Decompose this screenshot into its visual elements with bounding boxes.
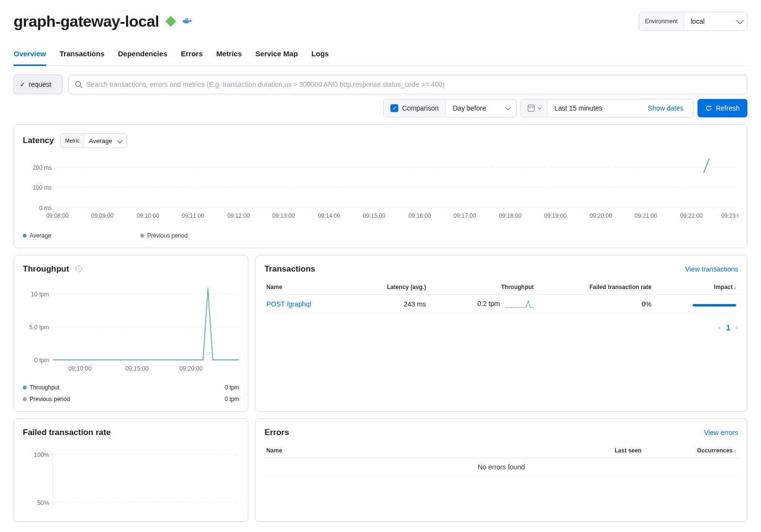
page-title: graph-gateway-local: [14, 13, 159, 31]
svg-rect-3: [185, 18, 187, 20]
throughput-chart: 10 tpm 5.0 tpm 0 tpm 09:10:00 09:15:00 0…: [23, 282, 239, 379]
comparison-value: Day before: [453, 104, 486, 112]
comparison-label: Comparison: [402, 104, 438, 112]
tab-metrics[interactable]: Metrics: [216, 45, 242, 65]
transactions-table: Name Latency (avg.) Throughput Failed tr…: [264, 280, 738, 314]
metric-value: Average: [84, 137, 127, 145]
pagination: ‹ 1 ›: [264, 323, 738, 331]
svg-text:09:15:00: 09:15:00: [125, 365, 148, 372]
svg-rect-4: [187, 18, 188, 20]
tab-transactions[interactable]: Transactions: [60, 45, 105, 65]
svg-text:09:11:00: 09:11:00: [182, 212, 205, 219]
svg-text:09:19:00: 09:19:00: [544, 212, 567, 219]
errors-table: Name Last seen Occurrences↓ No errors fo…: [264, 443, 738, 476]
col-throughput[interactable]: Throughput: [428, 280, 535, 295]
svg-text:10 tpm: 10 tpm: [31, 290, 49, 297]
svg-point-5: [76, 81, 81, 86]
sort-desc-icon: ↓: [734, 448, 737, 453]
col-impact[interactable]: Impact↓: [653, 280, 738, 295]
environment-value: local: [684, 12, 747, 31]
svg-text:09:20:00: 09:20:00: [179, 365, 203, 372]
col-name[interactable]: Name: [264, 280, 351, 295]
svg-text:09:14:00: 09:14:00: [318, 212, 341, 219]
svg-text:09:13:00: 09:13:00: [273, 212, 295, 219]
time-range-control[interactable]: Last 15 minutes Show dates: [520, 99, 694, 117]
sparkline-icon: [505, 300, 534, 308]
filter-pill-request[interactable]: ✓ request: [14, 75, 63, 94]
page-prev-icon[interactable]: ‹: [718, 323, 721, 331]
legend-average: Average: [23, 232, 51, 239]
svg-text:200 ms: 200 ms: [33, 164, 52, 171]
refresh-icon: [705, 105, 712, 112]
sort-desc-icon: ↓: [734, 284, 737, 290]
throughput-title: Throughput: [23, 264, 69, 274]
nodejs-icon: [165, 16, 177, 27]
svg-text:0 tpm: 0 tpm: [34, 357, 49, 364]
col-last-seen[interactable]: Last seen: [525, 443, 643, 458]
svg-text:50%: 50%: [37, 500, 49, 506]
cell-failed: 0%: [536, 294, 654, 313]
tab-dependencies[interactable]: Dependencies: [118, 45, 167, 65]
throughput-panel: Throughput i 10 tpm 5.0 tpm 0 tpm 09:10:…: [14, 255, 248, 412]
col-occurrences[interactable]: Occurrences↓: [644, 443, 738, 458]
search-icon: [75, 81, 82, 88]
table-row: POST /graphql 243 ms 0.2 tpm 0%: [264, 294, 738, 313]
metric-label: Metric: [61, 134, 84, 147]
svg-line-6: [80, 86, 82, 88]
svg-text:09:10:00: 09:10:00: [137, 212, 160, 219]
page-next-icon[interactable]: ›: [736, 323, 738, 331]
environment-select[interactable]: Environment local: [639, 12, 747, 31]
chevron-down-icon: [537, 105, 541, 109]
svg-text:09:08:00: 09:08:00: [46, 212, 69, 219]
chevron-down-icon: [505, 105, 511, 110]
failed-rate-chart: 100% 50%: [23, 445, 239, 513]
transaction-link[interactable]: POST /graphql: [266, 300, 311, 308]
comparison-checkbox[interactable]: ✓: [390, 104, 398, 112]
time-range-value: Last 15 minutes: [554, 104, 602, 112]
search-bar[interactable]: [68, 75, 747, 94]
tab-overview[interactable]: Overview: [14, 45, 46, 66]
col-failed[interactable]: Failed transaction rate: [536, 280, 654, 295]
transactions-title: Transactions: [264, 264, 315, 274]
latency-title: Latency: [23, 136, 54, 145]
latency-panel: Latency Metric Average 200 ms 100 ms 0 m…: [14, 124, 747, 248]
errors-panel: Errors View errors Name Last seen Occurr…: [255, 419, 747, 522]
legend-previous: Previous period: [140, 232, 187, 239]
info-icon[interactable]: i: [76, 266, 82, 272]
tabs: Overview Transactions Dependencies Error…: [14, 45, 747, 66]
view-transactions-link[interactable]: View transactions: [685, 265, 738, 273]
svg-text:100 ms: 100 ms: [33, 184, 52, 191]
svg-text:09:09:00: 09:09:00: [91, 212, 114, 219]
svg-text:100%: 100%: [34, 451, 49, 458]
svg-text:09:15:00: 09:15:00: [363, 212, 386, 219]
legend-throughput: Throughput 0 tpm: [23, 384, 239, 391]
legend-previous-throughput: Previous period 0 tpm: [23, 396, 239, 403]
col-err-name[interactable]: Name: [264, 443, 525, 458]
refresh-button[interactable]: Refresh: [697, 99, 747, 117]
calendar-icon: [528, 105, 534, 112]
latency-metric-select[interactable]: Metric Average: [61, 133, 127, 148]
view-errors-link[interactable]: View errors: [704, 429, 738, 436]
failed-rate-panel: Failed transaction rate 100% 50%: [14, 419, 248, 522]
refresh-label: Refresh: [716, 104, 740, 112]
cell-latency: 243 ms: [351, 294, 428, 313]
tab-service-map[interactable]: Service Map: [256, 45, 298, 65]
show-dates-button[interactable]: Show dates: [645, 104, 686, 112]
col-latency[interactable]: Latency (avg.): [351, 280, 428, 295]
transactions-panel: Transactions View transactions Name Late…: [255, 255, 747, 412]
comparison-control[interactable]: ✓ Comparison Day before: [383, 99, 517, 117]
tab-errors[interactable]: Errors: [181, 45, 203, 65]
svg-text:09:10:00: 09:10:00: [68, 365, 92, 372]
svg-text:09:18:00: 09:18:00: [499, 212, 522, 219]
svg-text:09:16:00: 09:16:00: [408, 212, 431, 219]
search-input[interactable]: [86, 81, 741, 88]
errors-empty: No errors found: [264, 458, 738, 476]
tab-logs[interactable]: Logs: [311, 45, 329, 65]
page-number[interactable]: 1: [727, 323, 730, 331]
failed-rate-title: Failed transaction rate: [23, 428, 111, 437]
svg-text:09:22:00: 09:22:00: [680, 212, 703, 219]
check-icon: ✓: [20, 81, 26, 88]
svg-text:0 ms: 0 ms: [39, 205, 52, 211]
filter-pill-label: request: [29, 81, 51, 88]
svg-text:09:23:00: 09:23:00: [721, 212, 738, 219]
